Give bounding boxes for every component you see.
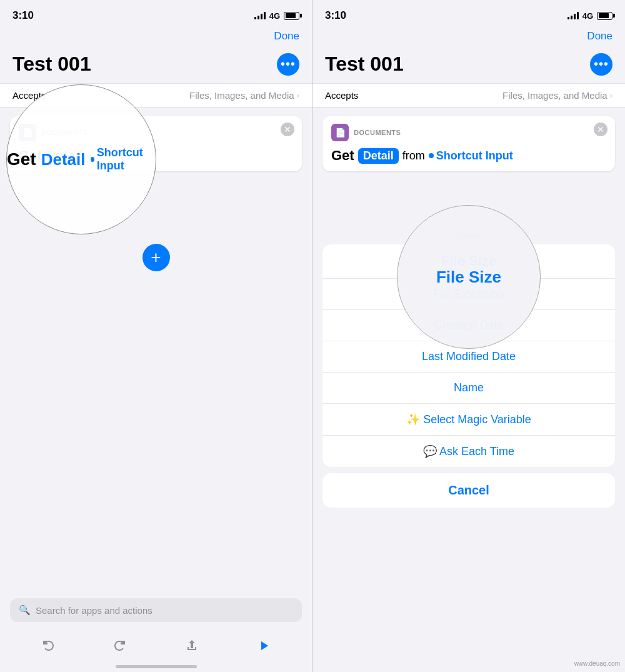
magic-variable-icon: ✨ (406, 413, 420, 426)
accepts-label-right: Accepts (325, 90, 358, 101)
action-row-right: Get Detail from Shortcut Input (331, 148, 606, 164)
bottom-toolbar-left (0, 632, 312, 659)
battery-icon-left (284, 12, 299, 20)
magnify-circle-left: Get Detail Shortcut Input (6, 84, 156, 234)
search-bar-left[interactable]: 🔍 Search for apps and actions (10, 598, 302, 622)
battery-icon-right (597, 12, 612, 20)
shortcut-input-right[interactable]: Shortcut Input (429, 149, 513, 163)
status-time-right: 3:10 (325, 9, 346, 22)
status-bar-left: 3:10 4G (0, 0, 312, 28)
detail-badge-right[interactable]: Detail (358, 148, 399, 164)
search-bar-container-left: 🔍 Search for apps and actions (10, 598, 302, 622)
close-button-right[interactable]: ✕ (594, 123, 608, 136)
cancel-button[interactable]: Cancel (322, 473, 615, 508)
shortcut-dot-magnify (91, 157, 94, 162)
redo-button-left[interactable] (106, 632, 134, 659)
signal-icon-right (568, 12, 579, 19)
more-button-left[interactable]: ••• (277, 53, 299, 76)
accepts-value-right: Files, Images, and Media › (502, 90, 612, 101)
left-phone-screen: 3:10 4G Done Test 001 ••• Accepts Files,… (0, 0, 312, 672)
page-title-right: Test 001 (325, 53, 404, 76)
nav-bar-right: Done (312, 28, 625, 48)
picker-item-file-extension[interactable]: File Extension (322, 279, 615, 310)
magnify-get-label: Get (7, 149, 36, 169)
title-area-left: Test 001 ••• (0, 48, 312, 83)
accepts-row-right[interactable]: Accepts Files, Images, and Media › (312, 83, 625, 108)
right-phone-screen: 3:10 4G Done Test 001 ••• Accepts Files,… (312, 0, 625, 672)
picker-item-file-size[interactable]: File Size (322, 244, 615, 279)
done-button-right[interactable]: Done (587, 30, 612, 43)
picker-overlay: Detail File Size File Extension Creation… (312, 225, 625, 672)
nav-bar-left: Done (0, 28, 312, 48)
picker-item-last-modified[interactable]: Last Modified Date (322, 341, 615, 373)
magnify-detail-label: Detail (41, 150, 86, 169)
network-label-right: 4G (582, 11, 593, 21)
status-icons-right: 4G (568, 11, 612, 21)
get-label-right: Get (331, 148, 354, 164)
action-card-right: 📄 DOCUMENTS ✕ Get Detail from Shortcut I… (322, 116, 615, 171)
play-button-left[interactable] (250, 632, 278, 659)
add-action-button-left[interactable]: + (142, 244, 170, 271)
from-label-right: from (402, 149, 425, 163)
status-time-left: 3:10 (12, 9, 34, 22)
accepts-value-left: Files, Images, and Media › (189, 90, 299, 101)
picker-item-ask-each-time[interactable]: 💬 Ask Each Time (322, 436, 615, 467)
undo-button-left[interactable] (34, 632, 62, 659)
doc-icon-right: 📄 (331, 124, 349, 141)
done-button-left[interactable]: Done (274, 30, 299, 43)
search-icon-left: 🔍 (19, 604, 31, 616)
card-header-right: 📄 DOCUMENTS (331, 124, 606, 141)
card-label-right: DOCUMENTS (354, 129, 401, 136)
page-title-left: Test 001 (12, 53, 91, 76)
signal-icon-left (254, 12, 266, 19)
status-bar-right: 3:10 4G (312, 0, 625, 28)
home-indicator-left (116, 665, 197, 668)
picker-heading: Detail (312, 225, 625, 244)
picker-drum[interactable]: File Size File Extension Creation Date L… (322, 244, 615, 467)
network-label-left: 4G (269, 11, 280, 21)
status-icons-left: 4G (254, 11, 299, 21)
chevron-right-icon-left: › (297, 91, 299, 100)
magnify-shortcut-label: Shortcut Input (97, 146, 156, 173)
shortcut-dot-right (429, 153, 434, 158)
chevron-right-icon-right: › (610, 91, 612, 100)
picker-item-name[interactable]: Name (322, 373, 615, 404)
close-button-left[interactable]: ✕ (281, 123, 294, 136)
watermark: www.deuaq.com (574, 660, 620, 667)
share-button-left[interactable] (178, 632, 206, 659)
ask-each-time-icon: 💬 (423, 445, 437, 458)
title-area-right: Test 001 ••• (312, 48, 625, 83)
search-input-left[interactable]: Search for apps and actions (36, 605, 152, 616)
picker-item-magic-variable[interactable]: ✨ Select Magic Variable (322, 404, 615, 436)
picker-item-creation-date[interactable]: Creation Date (322, 310, 615, 341)
more-button-right[interactable]: ••• (590, 53, 612, 76)
